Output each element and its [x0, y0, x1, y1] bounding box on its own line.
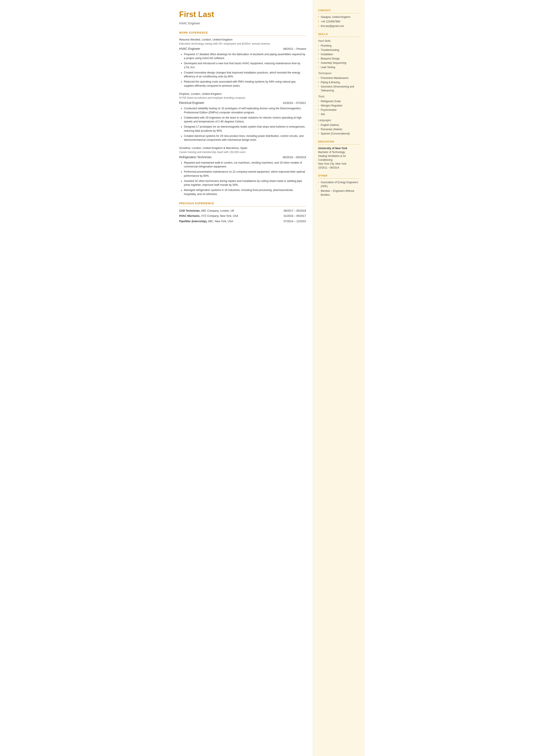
work-experience-section: WORK EXPERIENCE Resume Worded, London, U… [179, 31, 306, 196]
dates-1: 08/2021 – Present [283, 47, 306, 51]
edu-degree-1: Bachelor of Technology [318, 150, 359, 154]
company-bold-3: Growthsi, [179, 146, 191, 150]
job-block-2: Polyhire, London, United Kingdom NYSE-li… [179, 92, 306, 142]
left-column: First Last HVAC Engineer WORK EXPERIENCE… [171, 0, 313, 756]
contact-heading: CONTACT [318, 9, 359, 14]
bullets-1: Prepared 17 detailed office drawings for… [179, 52, 306, 88]
bullet-3-1: Repaired and maintained walk-in coolers,… [184, 161, 306, 169]
tool-4: Awl [318, 112, 359, 116]
company-bold-2: Polyhire, [179, 92, 190, 96]
bullet-3-3: Assisted 32 other technicians during rep… [184, 179, 306, 187]
role-3: Refrigeration Technician [179, 155, 211, 159]
company-name-2: Polyhire, London, United Kingdom [179, 92, 306, 96]
bullet-1-3: Created innovative design changes that i… [184, 71, 306, 79]
bullets-3: Repaired and maintained walk-in coolers,… [179, 161, 306, 196]
skill-leak: Leak Testing [318, 65, 359, 69]
prev-exp-row-1: CAD Technician, ABC Company, London, UK … [179, 208, 306, 213]
technique-1: Preventive Maintenance [318, 76, 359, 80]
tools-label: Tools: [318, 95, 359, 98]
company-rest-1: London, United Kingdom [201, 38, 233, 41]
skill-assembly: Assembly Sequencing [318, 61, 359, 65]
previous-experience-heading: PREVIOUS EXPERIENCE [179, 202, 306, 207]
previous-experience-section: PREVIOUS EXPERIENCE CAD Technician, ABC … [179, 202, 306, 224]
lang-3: Spanish (Conversational) [318, 132, 359, 136]
name: First Last [179, 9, 306, 20]
skills-heading: SKILLS [318, 32, 359, 37]
edu-entry-1: University of New York Bachelor of Techn… [318, 146, 359, 170]
contact-email: first.last@gmail.com [318, 24, 359, 28]
bullet-1-1: Prepared 17 detailed office drawings for… [184, 52, 306, 61]
skill-installation: Installation [318, 52, 359, 56]
previous-exp-table: CAD Technician, ABC Company, London, UK … [179, 208, 306, 224]
resume-page: First Last HVAC Engineer WORK EXPERIENCE… [171, 0, 365, 756]
prev-exp-role-1: CAD Technician, ABC Company, London, UK [179, 208, 255, 213]
other-item-1: Association of Energy Engineers (AEE). [318, 181, 359, 188]
job-header-3: Refrigeration Technician 06/2018 – 09/20… [179, 155, 306, 159]
contact-phone: +44 1234567890 [318, 20, 359, 23]
company-subtitle-3: Career training and membership SaaS with… [179, 150, 306, 154]
skill-blueprint: Blueprint Design [318, 57, 359, 61]
job-block-3: Growthsi, London, United Kingdom & Barce… [179, 146, 306, 196]
tool-2: Nitrogen Regulator [318, 104, 359, 107]
prev-exp-dates-1: 06/2017 – 05/2018 [255, 208, 306, 213]
other-heading: OTHER [318, 174, 359, 179]
other-item-2: Member – Engineers Without Borders. [318, 189, 359, 197]
technique-2: Piping & Brazing [318, 80, 359, 84]
prev-exp-row-3: Pipefitter (Internship), ABC, New York, … [179, 219, 306, 224]
prev-exp-role-2: HVAC Mechanic, XYZ Company, New York, US… [179, 213, 255, 219]
prev-exp-role-3: Pipefitter (Internship), ABC, New York, … [179, 219, 255, 224]
prev-exp-dates-2: 01/2016 – 05/2017 [255, 213, 306, 219]
right-column: CONTACT Glasgow, United Kingdom +44 1234… [313, 0, 365, 756]
contact-location: Glasgow, United Kingdom [318, 15, 359, 19]
hard-skills-list: Plumbing Troubleshooting Installation Bl… [318, 44, 359, 69]
other-list: Association of Energy Engineers (AEE). M… [318, 181, 359, 197]
edu-dates-1: 10/2011 - 06/2014 [318, 166, 359, 170]
lang-1: English (Native) [318, 123, 359, 127]
edu-field-1: Heating Ventilation & Air Conditioning [318, 154, 359, 162]
bullet-1-2: Developed and introduced a new tool that… [184, 61, 306, 70]
company-subtitle-2: NYSE-listed recruitment and employer bra… [179, 96, 306, 100]
technique-3: Geometric Dimensioning and Tolerancing [318, 85, 359, 93]
tools-list: Refrigerant Scale Nitrogen Regulator Psy… [318, 99, 359, 116]
tool-1: Refrigerant Scale [318, 99, 359, 103]
company-rest-3: London, United Kingdom & Barcelona, Spai… [191, 146, 247, 150]
bullet-2-2: Collaborated with 29 engineers on the te… [184, 116, 306, 124]
bullet-3-4: Managed refrigeration systems in 16 indu… [184, 188, 306, 196]
languages-list: English (Native) Romanian (Native) Spani… [318, 123, 359, 136]
dates-3: 06/2018 – 09/2019 [283, 155, 306, 159]
bullet-2-1: Conducted reliability testing on 32 prot… [184, 106, 306, 115]
company-bold-1: Resume Worded, [179, 38, 201, 41]
dates-2: 10/2019 – 07/2021 [283, 101, 306, 105]
edu-location-1: New York City, New York [318, 162, 359, 166]
hard-skills-label: Hard Skills: [318, 39, 359, 43]
company-subtitle-1: Education technology startup with 50+ em… [179, 42, 306, 46]
job-header-1: HVAC Engineer 08/2021 – Present [179, 46, 306, 51]
company-rest-2: London, United Kingdom [190, 92, 222, 96]
prev-exp-dates-3: 07/2014 – 12/2015 [255, 219, 306, 224]
prev-exp-row-2: HVAC Mechanic, XYZ Company, New York, US… [179, 213, 306, 219]
bullets-2: Conducted reliability testing on 32 prot… [179, 106, 306, 142]
education-heading: EDUCATION [318, 140, 359, 145]
techniques-label: Techniques: [318, 71, 359, 75]
job-title: HVAC Engineer [179, 21, 306, 26]
bullet-1-4: Reduced the operating costs associated w… [184, 80, 306, 88]
contact-list: Glasgow, United Kingdom +44 1234567890 f… [318, 15, 359, 28]
skill-plumbing: Plumbing [318, 44, 359, 48]
work-experience-heading: WORK EXPERIENCE [179, 31, 306, 36]
lang-2: Romanian (Native) [318, 127, 359, 131]
role-2: Electrical Engineer [179, 101, 205, 105]
bullet-2-4: Created electrical systems for 29 new pr… [184, 134, 306, 142]
job-block-1: Resume Worded, London, United Kingdom Ed… [179, 38, 306, 88]
job-header-2: Electrical Engineer 10/2019 – 07/2021 [179, 101, 306, 105]
bullet-3-2: Performed preventative maintenance on 22… [184, 170, 306, 178]
skill-troubleshooting: Troubleshooting [318, 48, 359, 52]
company-name-1: Resume Worded, London, United Kingdom [179, 38, 306, 42]
languages-label: Languages: [318, 118, 359, 122]
role-1: HVAC Engineer [179, 46, 200, 51]
bullet-2-3: Designed 17 prototypes for an electromag… [184, 125, 306, 133]
tool-3: Psychrometer [318, 108, 359, 112]
edu-school-1: University of New York [318, 146, 359, 151]
techniques-list: Preventive Maintenance Piping & Brazing … [318, 76, 359, 93]
company-name-3: Growthsi, London, United Kingdom & Barce… [179, 146, 306, 150]
